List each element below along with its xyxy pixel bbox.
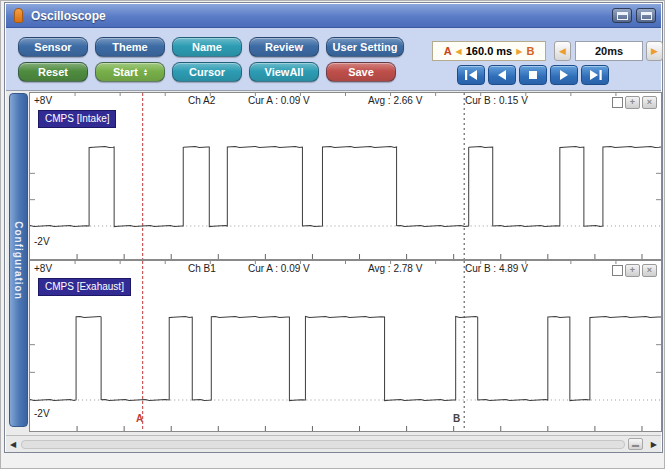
configuration-tab-label: Configuration [13, 221, 24, 300]
scrollbar-track[interactable] [21, 440, 625, 449]
step-back-icon [497, 70, 507, 80]
toolbar-row-2: Reset Start ▴▾ Cursor ViewAll Save [18, 62, 404, 82]
vmax-label: +8V [34, 263, 52, 274]
user-setting-button[interactable]: User Setting [326, 37, 404, 57]
horizontal-scrollbar: ◀ ▬ ▶ [6, 435, 661, 452]
timebase-value-field[interactable]: 20ms [575, 41, 643, 61]
main-area: Configuration +8V Ch A2 Cur A : 0.09 V A… [6, 90, 661, 435]
window-title: Oscilloscope [31, 9, 106, 23]
save-button[interactable]: Save [326, 62, 396, 82]
cursor-a-axis-label: A [136, 413, 143, 424]
play-button[interactable] [550, 65, 578, 85]
cursor-button[interactable]: Cursor [172, 62, 242, 82]
step-back-button[interactable] [488, 65, 516, 85]
cursor-a-reading: Cur A : 0.09 V [248, 95, 310, 106]
channel-name-badge: CMPS [Intake] [38, 110, 116, 128]
window-icon [617, 12, 628, 20]
timebase-decrease-button[interactable]: ◀ [554, 41, 571, 61]
close-channel-button[interactable]: × [642, 96, 657, 109]
vmin-label: -2V [34, 408, 50, 419]
time-range-value: 160.0 ms [466, 45, 512, 57]
skip-end-icon [589, 70, 602, 80]
toolbar-buttons: Sensor Theme Name Review User Setting Re… [18, 37, 404, 82]
channel-panel-intake: +8V Ch A2 Cur A : 0.09 V Avg : 2.66 V Cu… [29, 92, 662, 260]
expand-channel-button[interactable]: + [625, 96, 640, 109]
waveform-plot [30, 93, 661, 259]
stop-icon [528, 70, 538, 80]
configuration-tab[interactable]: Configuration [9, 93, 28, 427]
cursor-b-label: B [526, 45, 534, 57]
left-triangle-icon: ◀ [456, 47, 462, 56]
minimize-window-button[interactable] [636, 8, 656, 23]
channel-name-badge: CMPS [Exahaust] [38, 278, 131, 296]
skip-start-icon [465, 70, 478, 80]
cursor-b-reading: Cur B : 0.15 V [465, 95, 528, 106]
scroll-left-icon[interactable]: ◀ [10, 440, 16, 449]
window-controls [612, 8, 656, 23]
toolbar-row-1: Sensor Theme Name Review User Setting [18, 37, 404, 57]
reset-button[interactable]: Reset [18, 62, 88, 82]
stop-button[interactable] [519, 65, 547, 85]
vmax-label: +8V [34, 95, 52, 106]
spinner-arrows-icon: ▴▾ [144, 68, 147, 76]
app-icon [14, 8, 23, 23]
start-button-label: Start [113, 66, 138, 78]
skip-start-button[interactable] [457, 65, 485, 85]
screen: Oscilloscope Sensor Theme Name Review Us… [0, 0, 665, 469]
expand-channel-button[interactable]: + [625, 264, 640, 277]
theme-button[interactable]: Theme [95, 37, 165, 57]
cursor-b-reading: Cur B : 4.89 V [465, 263, 528, 274]
titlebar: Oscilloscope [6, 4, 661, 28]
scroll-right-icon[interactable]: ▶ [651, 440, 657, 449]
average-reading: Avg : 2.78 V [368, 263, 422, 274]
channel-visible-checkbox[interactable] [612, 265, 623, 276]
playback-controls [457, 65, 609, 85]
scrollbar-grip[interactable]: ▬ [628, 438, 643, 450]
vmin-label: -2V [34, 236, 50, 247]
skip-end-button[interactable] [581, 65, 609, 85]
average-reading: Avg : 2.66 V [368, 95, 422, 106]
capture-window-button[interactable] [612, 8, 632, 23]
channel-corner-controls: + × [612, 264, 657, 277]
cursor-a-reading: Cur A : 0.09 V [248, 263, 310, 274]
toolbar: Sensor Theme Name Review User Setting Re… [6, 28, 661, 90]
name-button[interactable]: Name [172, 37, 242, 57]
start-button[interactable]: Start ▴▾ [95, 62, 165, 82]
sensor-button[interactable]: Sensor [18, 37, 88, 57]
channel-id-label: Ch A2 [188, 95, 215, 106]
close-channel-button[interactable]: × [642, 264, 657, 277]
review-button[interactable]: Review [249, 37, 319, 57]
cursor-b-axis-label: B [453, 413, 460, 424]
right-triangle-icon: ▶ [516, 47, 522, 56]
play-icon [559, 70, 569, 80]
viewall-button[interactable]: ViewAll [249, 62, 319, 82]
window-icon [641, 12, 652, 20]
cursor-a-label: A [444, 45, 452, 57]
channel-id-label: Ch B1 [188, 263, 216, 274]
timebase-increase-button[interactable]: ▶ [646, 41, 663, 61]
oscilloscope-window: Oscilloscope Sensor Theme Name Review Us… [4, 2, 663, 453]
channel-panel-exhaust: +8V Ch B1 Cur A : 0.09 V Avg : 2.78 V Cu… [29, 260, 662, 432]
cursor-time-range-display: A ◀ 160.0 ms ▶ B [432, 41, 546, 61]
channel-corner-controls: + × [612, 96, 657, 109]
channel-visible-checkbox[interactable] [612, 97, 623, 108]
